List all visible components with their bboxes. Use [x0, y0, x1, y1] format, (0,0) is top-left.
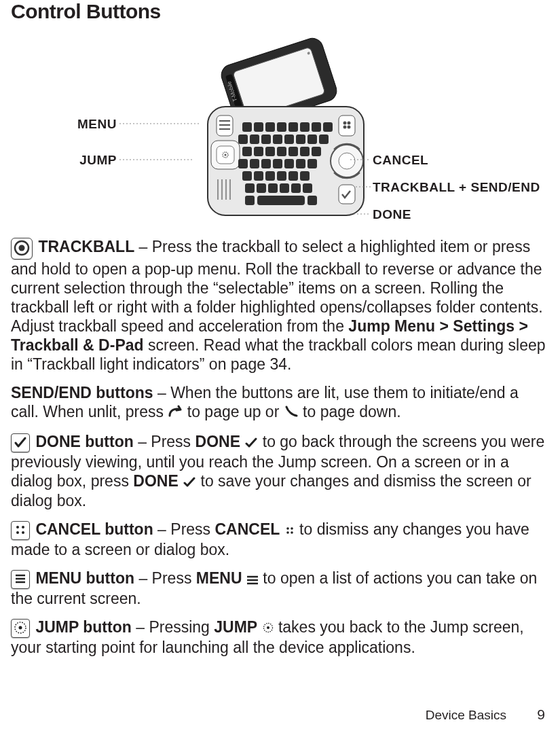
svg-rect-36 — [261, 135, 271, 144]
svg-rect-59 — [277, 171, 286, 181]
svg-rect-51 — [261, 159, 271, 168]
svg-rect-55 — [307, 159, 317, 168]
device-diagram: T-Mobile — [11, 29, 546, 229]
svg-rect-52 — [273, 159, 282, 168]
svg-rect-50 — [250, 159, 259, 168]
svg-rect-33 — [323, 122, 333, 132]
trackball-icon — [11, 238, 33, 259]
para-jump: JUMP button – Pressing JUMP takes you ba… — [11, 617, 546, 657]
svg-rect-61 — [300, 171, 310, 181]
svg-rect-29 — [277, 122, 286, 132]
svg-rect-56 — [242, 171, 252, 181]
send-icon — [168, 405, 183, 422]
svg-rect-27 — [254, 122, 263, 132]
callout-done: DONE — [373, 207, 411, 222]
jump-glyph-icon — [262, 621, 274, 637]
svg-rect-37 — [273, 135, 282, 144]
done-glyph-icon — [244, 435, 258, 452]
svg-point-24 — [339, 153, 355, 169]
svg-rect-64 — [268, 183, 278, 193]
done-icon — [11, 433, 30, 452]
svg-rect-66 — [291, 183, 301, 193]
svg-point-21 — [343, 126, 346, 128]
svg-rect-70 — [307, 196, 317, 205]
lead-trackball: TRACKBALL — [38, 238, 134, 255]
lead-done: DONE button — [35, 433, 133, 450]
lead-jump: JUMP button — [35, 618, 131, 636]
svg-point-80 — [16, 531, 19, 534]
end-icon — [284, 405, 299, 422]
section-title: Control Buttons — [11, 0, 546, 23]
svg-rect-44 — [265, 147, 275, 156]
menu-icon — [11, 570, 30, 589]
svg-rect-57 — [254, 171, 263, 181]
svg-point-78 — [16, 526, 19, 528]
lead-cancel: CANCEL button — [35, 520, 153, 538]
para-trackball: TRACKBALL – Press the trackball to selec… — [11, 237, 546, 374]
callout-jump: JUMP — [56, 153, 117, 168]
svg-rect-43 — [254, 147, 263, 156]
callout-trackball-sendend: TRACKBALL + SEND/END — [373, 180, 540, 195]
svg-rect-67 — [303, 183, 312, 193]
page-footer: Device Basics 9 — [426, 706, 545, 723]
svg-point-84 — [286, 531, 289, 534]
svg-rect-31 — [300, 122, 310, 132]
svg-rect-38 — [284, 135, 294, 144]
svg-rect-45 — [277, 147, 286, 156]
svg-point-77 — [19, 245, 25, 251]
svg-rect-48 — [312, 147, 321, 156]
para-sendend: SEND/END buttons – When the buttons are … — [11, 383, 546, 422]
svg-point-93 — [19, 626, 22, 630]
lead-sendend: SEND/END buttons — [11, 384, 153, 401]
para-menu: MENU button – Press MENU to open a list … — [11, 569, 546, 608]
svg-rect-65 — [280, 183, 289, 193]
svg-point-81 — [22, 531, 24, 534]
svg-rect-35 — [250, 135, 259, 144]
svg-rect-26 — [242, 122, 252, 132]
svg-point-79 — [22, 526, 24, 528]
svg-point-13 — [224, 154, 226, 156]
svg-rect-47 — [300, 147, 310, 156]
svg-rect-42 — [242, 147, 252, 156]
done-glyph-icon-2 — [183, 475, 196, 491]
svg-rect-46 — [288, 147, 298, 156]
svg-point-85 — [291, 531, 293, 534]
svg-point-82 — [286, 527, 289, 530]
svg-rect-68 — [257, 196, 305, 205]
cancel-icon — [11, 521, 30, 540]
svg-rect-18 — [339, 115, 355, 136]
jump-icon — [11, 619, 30, 638]
svg-rect-62 — [245, 183, 255, 193]
svg-rect-69 — [245, 196, 255, 205]
callout-cancel: CANCEL — [373, 153, 428, 168]
svg-rect-30 — [288, 122, 298, 132]
cancel-glyph-icon — [284, 523, 295, 539]
para-done: DONE button – Press DONE to go back thro… — [11, 432, 546, 510]
svg-rect-54 — [296, 159, 305, 168]
footer-page-number: 9 — [537, 706, 545, 723]
svg-rect-41 — [319, 135, 329, 144]
menu-glyph-icon — [246, 572, 259, 588]
svg-point-19 — [343, 122, 346, 124]
svg-rect-60 — [288, 171, 298, 181]
svg-point-22 — [348, 126, 350, 128]
svg-point-20 — [348, 122, 350, 124]
svg-rect-40 — [307, 135, 317, 144]
svg-rect-63 — [257, 183, 266, 193]
callout-menu: MENU — [56, 117, 117, 132]
svg-rect-39 — [296, 135, 305, 144]
svg-rect-49 — [238, 159, 248, 168]
svg-rect-58 — [265, 171, 275, 181]
lead-menu: MENU button — [35, 569, 134, 587]
svg-rect-32 — [312, 122, 321, 132]
svg-rect-34 — [238, 135, 248, 144]
footer-section: Device Basics — [426, 708, 506, 722]
svg-point-95 — [267, 626, 269, 629]
svg-rect-53 — [284, 159, 294, 168]
svg-point-83 — [291, 527, 293, 530]
svg-rect-28 — [265, 122, 275, 132]
para-cancel: CANCEL button – Press CANCEL to dismiss … — [11, 520, 546, 559]
device-illustration: T-Mobile — [177, 29, 381, 226]
